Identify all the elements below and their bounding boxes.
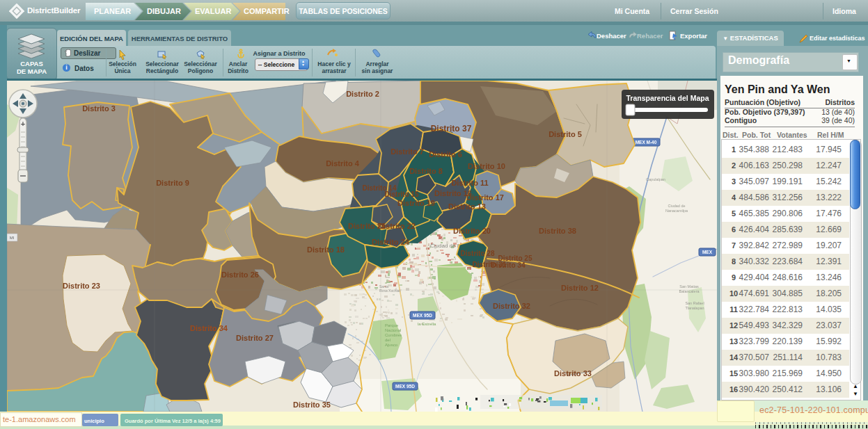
svg-text:Ciudad de: Ciudad de	[668, 204, 685, 208]
svg-text:Distrito 20: Distrito 20	[453, 227, 491, 235]
svg-text:Distrito 33: Distrito 33	[554, 369, 592, 378]
svg-text:Distrito 19: Distrito 19	[397, 199, 435, 207]
svg-text:Distrito 24: Distrito 24	[372, 238, 410, 246]
svg-text:EVALUAR: EVALUAR	[195, 7, 231, 15]
svg-text:MEX M-40: MEX M-40	[636, 140, 657, 145]
svg-text:Distrito 26: Distrito 26	[221, 270, 259, 279]
svg-text:Nacional: Nacional	[385, 328, 401, 332]
svg-text:Distrito 15: Distrito 15	[385, 191, 419, 198]
svg-text:Distrito 3: Distrito 3	[82, 104, 116, 113]
svg-text:San Rafael: San Rafael	[685, 301, 704, 305]
svg-text:MI: MI	[10, 236, 15, 240]
svg-text:San Matias: San Matias	[679, 284, 699, 289]
svg-text:Distrito 5: Distrito 5	[549, 130, 582, 138]
svg-text:DIBUJAR: DIBUJAR	[147, 7, 181, 15]
svg-text:Distrito 18: Distrito 18	[307, 245, 345, 254]
svg-text:la Estrella: la Estrella	[418, 322, 436, 326]
svg-text:Ajusco: Ajusco	[385, 343, 398, 347]
svg-text:Distrito 10: Distrito 10	[468, 162, 505, 170]
svg-text:Distrito 8: Distrito 8	[409, 167, 443, 175]
svg-text:Distrito 9: Distrito 9	[156, 179, 189, 187]
svg-text:Tlanalapan: Tlanalapan	[685, 306, 704, 310]
svg-text:Distrito 35: Distrito 35	[293, 400, 331, 409]
svg-text:Distrito 2: Distrito 2	[346, 90, 379, 98]
svg-text:Distrito 4: Distrito 4	[326, 159, 360, 168]
svg-text:Distrito 12: Distrito 12	[561, 284, 599, 292]
svg-text:Distrito 13: Distrito 13	[448, 202, 486, 211]
svg-text:COMPARTIR: COMPARTIR	[244, 7, 290, 15]
svg-text:Distrito 17: Distrito 17	[466, 193, 504, 202]
svg-text:Distrito 38: Distrito 38	[539, 227, 576, 235]
svg-text:Transparencia del Mapa: Transparencia del Mapa	[626, 94, 709, 102]
svg-text:MEX: MEX	[702, 250, 713, 254]
svg-text:Distrito 23: Distrito 23	[63, 282, 100, 290]
svg-text:Distrito 32: Distrito 32	[493, 302, 530, 310]
svg-text:Distrito 7: Distrito 7	[390, 147, 424, 156]
svg-text:MEX 95D: MEX 95D	[395, 384, 415, 389]
svg-text:Distrito 34: Distrito 34	[190, 324, 228, 332]
svg-text:Distrito 28: Distrito 28	[461, 250, 495, 257]
svg-text:Capulalpan: Capulalpan	[646, 177, 665, 181]
svg-text:Rosa Xochiac: Rosa Xochiac	[379, 289, 401, 293]
svg-text:Cumbres: Cumbres	[385, 333, 402, 337]
svg-text:Distrito 34: Distrito 34	[491, 261, 526, 269]
svg-text:+: +	[21, 120, 25, 128]
svg-text:PLANEAR: PLANEAR	[94, 7, 131, 15]
svg-text:MEX 95D: MEX 95D	[413, 313, 432, 318]
svg-text:Distrito 22: Distrito 22	[378, 222, 416, 230]
svg-text:del: del	[385, 338, 390, 342]
svg-text:Parque: Parque	[385, 323, 399, 327]
svg-text:Nanacamilpa: Nanacamilpa	[665, 209, 688, 213]
svg-text:Distrito 11: Distrito 11	[451, 179, 488, 187]
svg-text:Distrito 27: Distrito 27	[236, 334, 274, 342]
svg-text:Distrito 6: Distrito 6	[429, 150, 462, 159]
svg-text:Distrito 37: Distrito 37	[431, 124, 472, 133]
